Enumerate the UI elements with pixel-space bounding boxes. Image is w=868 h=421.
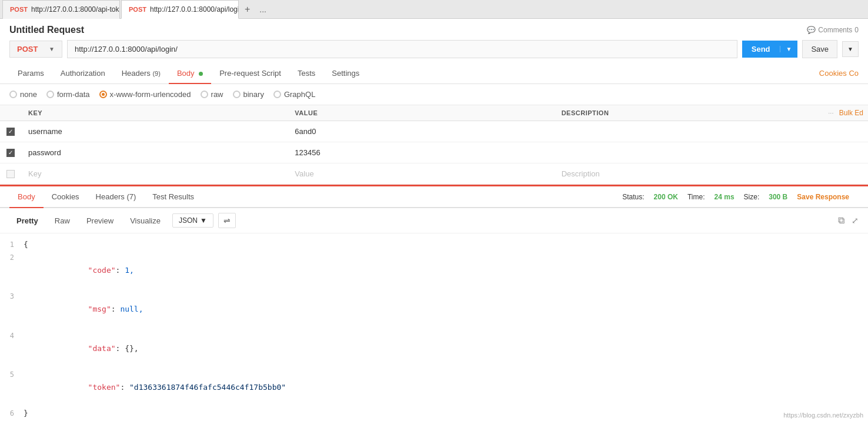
body-type-formdata-label: form-data — [57, 90, 90, 99]
status-badge: 200 OK — [654, 193, 678, 201]
line-num-5: 5 — [0, 369, 24, 380]
resp-view-pretty[interactable]: Pretty — [9, 213, 45, 228]
body-type-none[interactable]: none — [9, 90, 37, 99]
tab-body[interactable]: Body — [169, 63, 211, 83]
size-value: 300 B — [769, 193, 787, 201]
body-type-graphql-label: GraphQL — [284, 90, 315, 99]
body-type-binary-label: binary — [243, 90, 264, 99]
list-item: 4 "data": {}, — [0, 329, 868, 368]
resp-tab-cookies-label: Cookies — [52, 192, 79, 201]
row-3-key-placeholder[interactable]: Key — [21, 169, 288, 178]
row-3-checkbox[interactable] — [0, 170, 21, 178]
resp-tab-body-label: Body — [18, 192, 35, 201]
tab-tests[interactable]: Tests — [289, 63, 323, 83]
body-type-formdata[interactable]: form-data — [46, 90, 90, 99]
row-3-value-placeholder[interactable]: Value — [288, 169, 554, 178]
comments-label: Comments — [818, 26, 852, 34]
radio-urlencoded-icon — [99, 91, 107, 98]
tab-more-button[interactable]: ... — [255, 5, 271, 14]
list-item: 5 "token": "d1363361874f46fafc5446c4f17b… — [0, 368, 868, 407]
table-row: ✓ password 123456 — [0, 142, 868, 163]
url-input[interactable] — [67, 40, 737, 58]
row-3-desc-placeholder[interactable]: Description — [555, 169, 821, 178]
tab-2[interactable]: POST http://127.0.0.1:8000/api/login/ ● — [121, 0, 239, 19]
copy-icon[interactable]: ⧉ — [838, 215, 844, 226]
row-2-value[interactable]: 123456 — [288, 148, 554, 157]
resp-view-raw-label: Raw — [55, 216, 70, 225]
row-1-key[interactable]: username — [21, 127, 288, 136]
send-button[interactable]: Send ▼ — [742, 41, 798, 58]
tab-settings[interactable]: Settings — [323, 63, 368, 83]
resp-tab-headers[interactable]: Headers (7) — [88, 186, 145, 207]
line-content-3: "msg": null, — [24, 290, 863, 329]
method-select[interactable]: POST ▼ — [9, 41, 62, 58]
row-2-key[interactable]: password — [21, 148, 288, 157]
resp-tab-test-results[interactable]: Test Results — [144, 186, 202, 207]
resp-tab-test-results-label: Test Results — [152, 192, 194, 201]
save-button[interactable]: Save — [802, 40, 837, 58]
table-row: ✓ username 6and0 — [0, 121, 868, 142]
body-type-raw[interactable]: raw — [201, 90, 223, 99]
send-dropdown-icon[interactable]: ▼ — [780, 46, 798, 52]
tab-1-method: POST — [10, 6, 28, 13]
body-type-none-label: none — [20, 90, 37, 99]
comments-icon: 💬 — [807, 26, 816, 34]
table-row: Key Value Description — [0, 163, 868, 185]
tab-headers[interactable]: Headers (9) — [113, 63, 169, 83]
response-section: Body Cookies Headers (7) Test Results St… — [0, 185, 868, 421]
body-type-graphql[interactable]: GraphQL — [273, 90, 315, 99]
line-num-1: 1 — [0, 239, 24, 250]
checkbox-empty-icon[interactable] — [6, 170, 15, 178]
tab-1-url: http://127.0.0.1:8000/api-toke... — [31, 5, 120, 14]
json-format-selector[interactable]: JSON ▼ — [172, 213, 213, 228]
radio-formdata-icon — [46, 91, 54, 98]
list-item: 3 "msg": null, — [0, 290, 868, 329]
json-format-label: JSON — [179, 216, 198, 225]
wrap-button[interactable]: ⇌ — [218, 213, 236, 228]
line-content-5: "token": "d1363361874f46fafc5446c4f17b5b… — [24, 368, 863, 407]
tab-authorization[interactable]: Authorization — [52, 63, 113, 83]
send-label: Send — [742, 45, 780, 54]
radio-binary-icon — [233, 91, 241, 98]
resp-tab-body[interactable]: Body — [9, 186, 44, 207]
checkbox-checked-icon[interactable]: ✓ — [6, 149, 15, 157]
kv-table-header: KEY VALUE DESCRIPTION ··· Bulk Ed — [0, 105, 868, 121]
tab-prerequest[interactable]: Pre-request Script — [211, 63, 289, 83]
more-icon[interactable]: ··· — [828, 109, 833, 116]
resp-tab-cookies[interactable]: Cookies — [44, 186, 88, 207]
save-response-button[interactable]: Save Response — [797, 193, 849, 201]
tab-body-label: Body — [177, 69, 195, 78]
response-body: 1 { 2 "code": 1, 3 "msg": null, 4 "data — [0, 233, 868, 421]
json-format-chevron-icon: ▼ — [200, 216, 207, 225]
line-content-2: "code": 1, — [24, 251, 863, 290]
checkbox-checked-icon[interactable]: ✓ — [6, 128, 15, 136]
size-label: Size: — [744, 193, 760, 201]
list-item: 1 { — [0, 238, 868, 251]
row-1-value[interactable]: 6and0 — [288, 127, 554, 136]
tab-params[interactable]: Params — [9, 63, 52, 83]
resp-view-preview[interactable]: Preview — [79, 213, 121, 228]
tab-1[interactable]: POST http://127.0.0.1:8000/api-toke... ● — [2, 0, 120, 19]
resp-view-preview-label: Preview — [86, 216, 113, 225]
body-type-binary[interactable]: binary — [233, 90, 264, 99]
save-chevron-icon[interactable]: ▼ — [842, 41, 859, 57]
tab-add-button[interactable]: + — [240, 4, 255, 15]
line-content-1: { — [24, 238, 863, 251]
body-type-urlencoded[interactable]: x-www-form-urlencoded — [99, 90, 191, 99]
response-view-tabs: Pretty Raw Preview Visualize JSON ▼ ⇌ ⧉ … — [0, 208, 868, 233]
resp-view-raw[interactable]: Raw — [48, 213, 77, 228]
method-label: POST — [17, 45, 38, 54]
tab-params-label: Params — [18, 69, 44, 78]
tab-tests-label: Tests — [298, 69, 315, 78]
resp-view-visualize[interactable]: Visualize — [123, 213, 168, 228]
resp-view-visualize-label: Visualize — [130, 216, 161, 225]
status-label: Status: — [622, 193, 644, 201]
tab-2-url: http://127.0.0.1:8000/api/login/ — [150, 5, 239, 14]
row-1-checkbox[interactable]: ✓ — [0, 128, 21, 136]
comments-button[interactable]: 💬 Comments 0 — [807, 26, 859, 34]
bulk-edit-button[interactable]: Bulk Ed — [839, 109, 863, 117]
row-2-checkbox[interactable]: ✓ — [0, 149, 21, 157]
expand-icon[interactable]: ⤢ — [852, 216, 859, 225]
cookies-link[interactable]: Cookies Co — [819, 69, 859, 78]
method-chevron-icon: ▼ — [49, 46, 55, 52]
